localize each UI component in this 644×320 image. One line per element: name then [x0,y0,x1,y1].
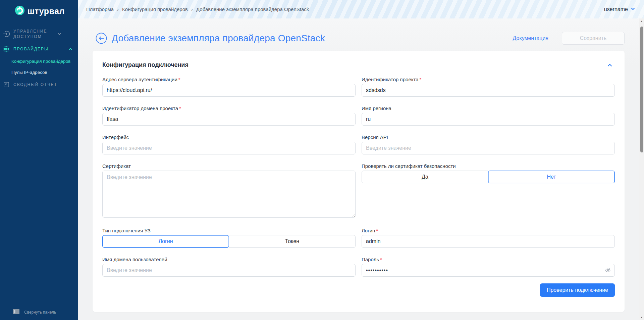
breadcrumb: Платформа › Конфигурация провайдеров › Д… [86,6,309,12]
page-header: Добавление экземпляра провайдера OpenSta… [93,32,625,45]
field-verify-cert: Проверять ли сертификат безопасности Да … [362,163,615,183]
required-mark: * [178,77,180,82]
field-conn-type: Тип подключения УЗ Логин Токен [102,228,356,248]
field-certificate: Сертификат [102,163,356,219]
project-domain-id-input[interactable] [102,113,356,126]
collapse-panel-label: Свернуть панель [24,310,56,315]
login-input[interactable] [362,235,615,248]
breadcrumb-separator: › [191,6,193,12]
vertical-scrollbar[interactable]: ▲ ▼ [639,18,644,320]
field-auth-url: Адрес сервера аутентификации* [102,77,356,97]
verify-cert-toggle: Да Нет [362,171,615,183]
connection-form: Адрес сервера аутентификации* Идентифика… [102,77,615,277]
field-project-domain-id: Идентификатор домена проекта* [102,105,356,126]
logo[interactable]: штурвал [15,5,78,17]
field-label: Тип подключения УЗ [102,228,356,233]
collapse-section-icon[interactable] [607,62,613,68]
sidebar-item-label: Провайдеры [13,46,65,52]
section-header: Конфигурация подключения [102,61,615,68]
section-title: Конфигурация подключения [102,61,189,68]
auth-url-input[interactable] [102,84,356,97]
login-arrow-icon [3,30,10,38]
sidebar-nav: Управление доступом Пров [0,26,78,91]
app-window: штурвал Управление доступом [0,0,644,320]
connection-config-card: Конфигурация подключения Адрес сервера а… [93,51,625,312]
topbar: Платформа › Конфигурация провайдеров › Д… [78,0,644,18]
user-menu[interactable]: username [604,6,635,12]
required-mark: * [420,77,422,82]
report-icon [3,81,10,88]
sidebar-item-summary-report[interactable]: Сводный отчет [0,78,78,91]
sidebar: штурвал Управление доступом [0,0,78,320]
field-label: Логин [362,228,375,233]
scroll-down-arrow[interactable]: ▼ [639,315,644,320]
sidebar-item-ip-pools[interactable]: Пулы IP-адресов [0,67,78,78]
chevron-up-icon [68,47,73,51]
field-api-version: Версия API [362,134,615,154]
card-actions: Проверить подключение [102,283,615,297]
field-label: Имя региона [362,105,615,111]
user-domain-name-input[interactable] [102,264,356,277]
breadcrumb-current-page: Добавление экземпляра провайдера OpenSta… [196,6,309,12]
breadcrumb-platform[interactable]: Платформа [86,6,114,12]
logo-text: штурвал [28,6,65,16]
field-label: Проверять ли сертификат безопасности [362,163,615,169]
sidebar-item-access-control[interactable]: Управление доступом [0,26,78,42]
required-mark: * [179,105,181,111]
page-content: Добавление экземпляра провайдера OpenSta… [78,18,644,320]
field-label: Пароль [362,257,379,262]
field-project-id: Идентификатор проекта* [362,77,615,97]
back-button[interactable] [96,33,107,44]
field-label: Сертификат [102,163,356,169]
interface-input[interactable] [102,142,356,154]
field-label: Идентификатор домена проекта [102,105,178,111]
chevron-down-icon [631,6,635,12]
field-interface: Интерфейс [102,134,356,154]
page-title: Добавление экземпляра провайдера OpenSta… [112,33,513,44]
verify-cert-no-button[interactable]: Нет [488,171,615,183]
certificate-textarea[interactable] [102,171,356,218]
shturval-logo-icon [15,5,25,17]
field-label: Адрес сервера аутентификации [102,77,177,82]
scrollbar-thumb[interactable] [640,27,643,152]
globe-icon [3,45,10,53]
breadcrumb-separator: › [117,6,119,12]
field-label: Идентификатор проекта [362,77,419,82]
username-label: username [604,6,628,12]
field-label: Имя домена пользователей [102,257,356,262]
field-login: Логин* [362,228,615,248]
project-id-input[interactable] [362,84,615,97]
main-area: Платформа › Конфигурация провайдеров › Д… [78,0,644,320]
collapse-panel-button[interactable]: Свернуть панель [0,309,78,315]
required-mark: * [376,228,378,233]
region-name-input[interactable] [362,113,615,126]
scroll-up-arrow[interactable]: ▲ [639,18,644,24]
collapse-panel-icon [13,309,19,315]
sidebar-item-provider-config[interactable]: Конфигурация провайдеров [0,56,78,67]
api-version-input[interactable] [362,142,615,154]
sidebar-item-providers[interactable]: Провайдеры [0,42,78,56]
breadcrumb-provider-config[interactable]: Конфигурация провайдеров [122,6,188,12]
save-button[interactable]: Сохранить [562,32,625,45]
verify-cert-yes-button[interactable]: Да [362,171,488,183]
conn-type-token-button[interactable]: Токен [229,235,356,248]
chevron-down-icon [57,32,62,36]
documentation-link[interactable]: Документация [513,35,548,41]
password-input[interactable] [362,264,615,277]
field-label: Версия API [362,134,615,140]
field-label: Интерфейс [102,134,356,140]
check-connection-button[interactable]: Проверить подключение [540,283,615,297]
field-user-domain-name: Имя домена пользователей [102,257,356,277]
sidebar-item-label: Сводный отчет [13,82,74,87]
conn-type-toggle: Логин Токен [102,235,356,248]
field-region-name: Имя региона [362,105,615,126]
eye-slash-icon[interactable] [605,267,611,273]
required-mark: * [380,257,382,262]
sidebar-item-label: Управление доступом [13,29,54,39]
conn-type-login-button[interactable]: Логин [102,235,229,248]
field-password: Пароль* [362,257,615,277]
